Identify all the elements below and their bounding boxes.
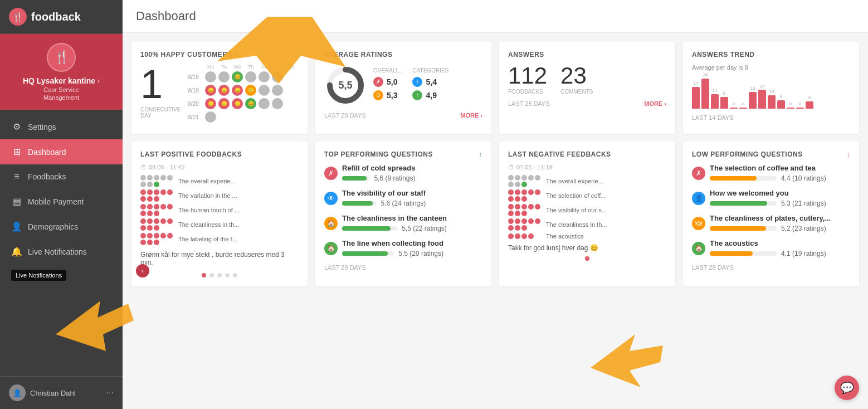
footer-period: LAST 28 DAYS — [508, 100, 550, 107]
day-headers: Mo Tu We Th Fr Sa Su — [187, 64, 299, 70]
feedback-row-1: The overall experie... — [508, 175, 666, 187]
sidebar-item-label: Demographics — [28, 222, 78, 231]
feedback-row-1: The overall experie... — [140, 175, 299, 187]
sidebar-item-dashboard[interactable]: ⊞ Dashboard — [0, 139, 123, 164]
question-name: The visibility of our staff — [342, 189, 426, 197]
week-row-w19: W19 😞 😞 😞 😐 — [187, 85, 299, 96]
page-dot-5[interactable] — [233, 273, 237, 277]
foodbacks-count: 112 — [508, 64, 547, 87]
bar-column: 0 — [796, 101, 804, 109]
sidebar-item-mobile-payment[interactable]: ▤ Mobile Payment — [0, 189, 123, 214]
lp-item-3: 🍽 The cleanliness of plates, cutlery,...… — [692, 214, 850, 232]
question-icon: 🏠 — [324, 242, 338, 255]
low-performing-title: LOW PERFORMING QUESTIONS ↓ — [692, 150, 850, 158]
last-positive-feedbacks-card: LAST POSITIVE FOODBACKS ⏱ 08.05 - 11:42 … — [131, 142, 308, 286]
categories-label: CATEGORIES — [412, 67, 448, 74]
negative-page-dot[interactable] — [585, 256, 589, 261]
trend-subtitle: Average per day is 8 — [692, 64, 850, 71]
positive-comment: Grønn kål for mye stekt , burde redusere… — [140, 251, 299, 266]
happy-customers-content: 1 CONSECUTIVEDAY Mo Tu We Th Fr Sa Su W1… — [140, 64, 299, 125]
lp-item-2: 👤 How we welcomed you 5,3 (21 ratings) — [692, 189, 850, 207]
last-negative-title: LAST NEGATIVE FEEDBACKS — [508, 150, 666, 158]
live-notifications-icon: 🔔 — [11, 246, 22, 257]
bar-column: 17 — [692, 81, 700, 109]
feedback-row-4: The cleanliness in th... — [140, 218, 299, 231]
average-ratings-footer: LAST 28 DAYS MORE › — [324, 112, 482, 119]
sidebar-user-section: 👤 Christian Dahl ··· — [0, 376, 123, 409]
question-item-3: 🏠 The cleanliness in the canteen 5,5 (22… — [324, 214, 482, 232]
user-name: Christian Dahl — [30, 389, 102, 397]
categories-rating-2: ↑ 4,9 — [412, 90, 448, 100]
sidebar-item-label: Foodbacks — [28, 172, 66, 181]
ratings-content: 5,5 OVERALL... ✗ 5,0 ⊙ 5,3 — [324, 64, 482, 106]
page-dot-3[interactable] — [217, 273, 222, 277]
question-item-2: 👁 The visibility of our staff 5,6 (24 ra… — [324, 189, 482, 207]
bar-column: 11 — [711, 88, 719, 109]
foodbacks-icon: ≡ — [11, 172, 22, 182]
feedback-text: The variation in the ... — [178, 192, 237, 199]
top-arrow-icon: ↑ — [479, 150, 483, 158]
answers-card: ANSWERS 112 FOODBACKS 23 COMMENTS LAST 2… — [499, 42, 675, 134]
week-row-w20: W20 😞 😞 😞 😊 — [187, 98, 299, 109]
sidebar-item-label: Dashboard — [28, 148, 66, 157]
answers-more-link[interactable]: MORE › — [644, 100, 666, 107]
sidebar-item-demographics[interactable]: 👤 Demographics — [0, 214, 123, 239]
avatar-dots — [140, 204, 174, 216]
question-icon: 🏠 — [324, 217, 338, 230]
answers-trend-footer: LAST 14 DAYS — [692, 114, 850, 121]
negative-comment: Takk for god lunsj hver dag 😊 — [508, 244, 666, 252]
feedback-row-2: The variation in the ... — [140, 189, 299, 202]
average-ratings-more-link[interactable]: MORE › — [460, 112, 482, 119]
sidebar-item-live-notifications[interactable]: 🔔 Live Notifications Live Notifications — [0, 239, 123, 264]
feedback-row-3: The visibility of our s... — [508, 204, 666, 216]
logo-icon: 🍴 — [9, 8, 27, 26]
logo-text: foodback — [31, 11, 81, 23]
avatar-dots — [140, 189, 174, 202]
question-name: The line when collecting food — [342, 239, 443, 247]
answers-content: 112 FOODBACKS 23 COMMENTS — [508, 64, 666, 95]
positive-timestamp: ⏱ 08.05 - 11:42 — [140, 164, 299, 171]
positive-feedback-rows: The overall experie... The variation in … — [140, 175, 299, 245]
donut-chart: 5,5 — [324, 64, 367, 106]
settings-icon: ⚙ — [11, 121, 22, 132]
feedback-text: The human touch of ... — [178, 207, 240, 213]
sidebar-profile[interactable]: 🍴 HQ Lysaker kantine › Coor Service Mana… — [0, 34, 123, 110]
avatar-dots — [140, 233, 174, 245]
page-dot-2[interactable] — [209, 273, 214, 277]
sidebar-navigation: ⚙ Settings ⊞ Dashboard ≡ Foodbacks ▤ Mob… — [0, 110, 123, 376]
main-content: Dashboard 100% HAPPY CUSTOMERS ℹ 1 CONSE… — [123, 0, 868, 409]
avatar-dots — [140, 175, 174, 187]
feedback-row-2: The selection of coff... — [508, 189, 666, 202]
average-ratings-card: AVERAGE RATINGS 5,5 OVERALL... ✗ 5,0 — [315, 42, 491, 134]
negative-feedback-rows: The overall experie... The selection of … — [508, 175, 666, 240]
lp-icon: 🍽 — [692, 217, 705, 230]
page-dot-1[interactable] — [202, 273, 206, 277]
consecutive-days-number: 1 — [140, 64, 181, 104]
overall-rating-2: ⊙ 5,3 — [373, 90, 403, 100]
chat-bubble-button[interactable]: 💬 — [835, 376, 859, 400]
feedback-text: The selection of coff... — [546, 192, 606, 199]
profile-name: HQ Lysaker kantine › — [23, 76, 100, 85]
bar-column: 13 — [749, 86, 757, 109]
bar-column: 10 — [768, 89, 776, 109]
question-item-4: 🏠 The line when collecting food 5,5 (20 … — [324, 239, 482, 257]
feedback-text: The visibility of our s... — [546, 207, 607, 213]
info-icon: ℹ — [236, 51, 239, 59]
bar-column: 0 — [730, 101, 738, 109]
lp-icon: 👤 — [692, 192, 705, 205]
prev-button[interactable]: ‹ — [136, 264, 149, 277]
page-dot-4[interactable] — [225, 273, 230, 277]
user-options-button[interactable]: ··· — [106, 388, 114, 398]
sidebar-item-settings[interactable]: ⚙ Settings — [0, 114, 123, 139]
question-bar-row: 🏠 The line when collecting food 5,5 (20 … — [324, 239, 482, 257]
bar-column: 0 — [739, 101, 747, 109]
lp-name: The cleanliness of plates, cutlery,... — [710, 214, 850, 222]
sidebar-item-label: Settings — [28, 123, 56, 132]
clock-icon: ⏱ — [140, 164, 147, 171]
average-ratings-title: AVERAGE RATINGS — [324, 51, 482, 59]
mobile-payment-icon: ▤ — [11, 196, 22, 207]
lp-name: The selection of coffee and tea — [710, 164, 850, 172]
sidebar-item-foodbacks[interactable]: ≡ Foodbacks — [0, 164, 123, 189]
bar-column: 0 — [787, 101, 794, 109]
avatar-dots — [140, 218, 174, 231]
